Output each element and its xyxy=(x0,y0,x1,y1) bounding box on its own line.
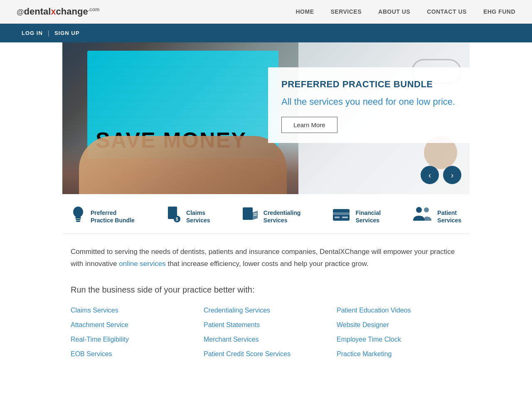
link-patient-statements: Patient Statements xyxy=(204,318,328,332)
next-arrow-button[interactable]: › xyxy=(443,166,461,184)
service-claims-label: ClaimsServices xyxy=(186,209,210,224)
login-bar: LOG IN | SIGN UP xyxy=(0,24,532,42)
logo[interactable]: @dentalxchange.com xyxy=(17,6,100,17)
links-col-1: Claims Services Attachment Service Real-… xyxy=(71,303,195,362)
link-eob-services: EOB Services xyxy=(71,347,195,361)
logo-x: x xyxy=(51,6,56,17)
hero-banner: SAVE MONEY PREFERRED PRACTICE BUNDLE All… xyxy=(62,42,470,194)
service-claims[interactable]: $ ClaimsServices xyxy=(166,206,210,227)
svg-rect-3 xyxy=(76,221,80,222)
svg-rect-7 xyxy=(170,213,174,214)
logo-com: .com xyxy=(88,7,100,12)
svg-rect-6 xyxy=(170,211,175,212)
promo-title: PREFERRED PRACTICE BUNDLE xyxy=(281,79,456,90)
nav-contact[interactable]: CONTACT US xyxy=(427,8,467,15)
logo-at: @ xyxy=(17,8,24,16)
link-practice-marketing: Practice Marketing xyxy=(337,347,461,361)
svg-rect-12 xyxy=(244,212,251,213)
logo-change: change xyxy=(56,6,88,17)
carousel-nav: ‹ › xyxy=(421,166,461,184)
svg-point-0 xyxy=(73,207,83,217)
signup-link[interactable]: SIGN UP xyxy=(49,30,84,36)
link-website-designer: Website Designer xyxy=(337,318,461,332)
service-preferred-label: PreferredPractice Bundle xyxy=(91,209,135,224)
nav-about[interactable]: ABOUT US xyxy=(378,8,410,15)
svg-rect-11 xyxy=(244,210,251,211)
nav-home[interactable]: HOME xyxy=(296,8,314,15)
link-attachment-service: Attachment Service xyxy=(71,318,195,332)
financial-icon xyxy=(332,207,350,226)
link-patient-education: Patient Education Videos xyxy=(337,303,461,318)
svg-rect-10 xyxy=(243,207,253,220)
svg-rect-18 xyxy=(335,217,340,218)
intro-text: Committed to serving the needs of dentis… xyxy=(71,246,461,270)
prev-arrow-button[interactable]: ‹ xyxy=(421,166,439,184)
hero-wrapper: SAVE MONEY PREFERRED PRACTICE BUNDLE All… xyxy=(62,42,470,194)
svg-rect-17 xyxy=(333,212,350,215)
service-financial[interactable]: FinancialServices xyxy=(332,207,381,226)
login-link[interactable]: LOG IN xyxy=(17,30,48,36)
credentialing-icon xyxy=(242,206,259,227)
service-credentialing-label: CredentialingServices xyxy=(264,209,300,224)
promo-subtitle: All the services you need for one low pr… xyxy=(281,96,456,108)
links-col-3: Patient Education Videos Website Designe… xyxy=(337,303,461,362)
svg-rect-1 xyxy=(75,217,81,219)
svg-rect-13 xyxy=(244,214,249,215)
main-nav-links: HOME SERVICES ABOUT US CONTACT US EHG FU… xyxy=(296,8,515,15)
service-financial-label: FinancialServices xyxy=(355,209,381,224)
lightbulb-icon xyxy=(71,206,86,227)
promo-box: PREFERRED PRACTICE BUNDLE All the servic… xyxy=(268,67,470,143)
services-links-grid: Claims Services Attachment Service Real-… xyxy=(71,303,461,362)
svg-rect-5 xyxy=(170,209,175,210)
logo-dental: dental xyxy=(24,6,51,17)
svg-rect-2 xyxy=(76,219,81,220)
svg-rect-19 xyxy=(342,217,348,218)
claims-icon: $ xyxy=(166,206,181,227)
link-real-time-eligibility: Real-Time Eligibility xyxy=(71,332,195,347)
links-col-2: Credentialing Services Patient Statement… xyxy=(204,303,328,362)
link-employee-time-clock: Employee Time Clock xyxy=(337,332,461,347)
services-row: PreferredPractice Bundle $ ClaimsService… xyxy=(62,194,470,234)
service-patient-label: PatientServices xyxy=(437,209,461,224)
link-merchant-services: Merchant Services xyxy=(204,332,328,347)
patient-icon xyxy=(412,206,432,227)
svg-point-20 xyxy=(416,207,422,213)
intro-text-after: that increase efficiency, lower costs an… xyxy=(166,260,369,268)
run-heading: Run the business side of your practice b… xyxy=(71,285,461,295)
top-navigation: @dentalxchange.com HOME SERVICES ABOUT U… xyxy=(0,0,532,24)
link-claims-services: Claims Services xyxy=(71,303,195,318)
service-credentialing[interactable]: CredentialingServices xyxy=(242,206,300,227)
link-patient-credit-score: Patient Credit Score Services xyxy=(204,347,328,361)
main-content: Committed to serving the needs of dentis… xyxy=(62,234,470,374)
service-preferred-bundle[interactable]: PreferredPractice Bundle xyxy=(71,206,135,227)
svg-point-21 xyxy=(424,207,429,212)
divider: | xyxy=(48,30,49,37)
link-credentialing-services: Credentialing Services xyxy=(204,303,328,318)
nav-ehg[interactable]: EHG FUND xyxy=(483,8,515,15)
nav-services[interactable]: SERVICES xyxy=(330,8,362,15)
service-patient[interactable]: PatientServices xyxy=(412,206,461,227)
online-services-link[interactable]: online services xyxy=(119,260,165,268)
learn-more-button[interactable]: Learn More xyxy=(281,117,337,133)
svg-text:$: $ xyxy=(176,217,178,222)
